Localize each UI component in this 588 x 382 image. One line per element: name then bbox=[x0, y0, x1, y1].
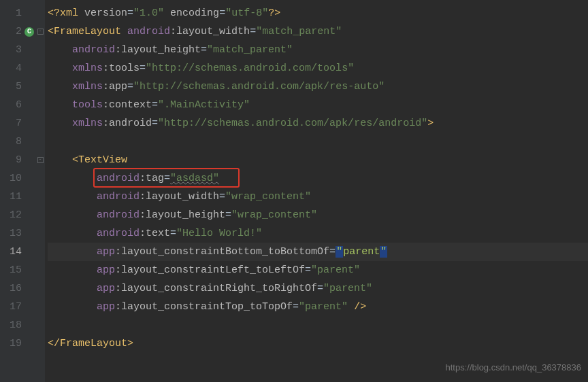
line-number: 3 bbox=[0, 41, 35, 59]
line-number: 9 bbox=[0, 151, 35, 169]
fold-column: - - bbox=[35, 0, 45, 382]
line-number: 19 bbox=[0, 334, 35, 353]
code-line[interactable]: xmlns:app="http://schemas.android.com/ap… bbox=[48, 77, 588, 96]
code-line[interactable]: android:layout_height="wrap_content" bbox=[48, 206, 588, 224]
code-line[interactable]: app:layout_constraintLeft_toLeftOf="pare… bbox=[48, 261, 588, 279]
line-number: 1 bbox=[0, 4, 35, 22]
code-area[interactable]: <?xml version="1.0" encoding="utf-8"?> <… bbox=[45, 0, 588, 382]
code-line[interactable]: android:text="Hello World!" bbox=[48, 224, 588, 243]
watermark-text: https://blog.csdn.net/qq_36378836 bbox=[446, 358, 582, 377]
line-number: 12 bbox=[0, 206, 35, 224]
line-number: 10 bbox=[0, 169, 35, 188]
code-line[interactable]: android:layout_width="wrap_content" bbox=[48, 188, 588, 206]
code-line[interactable]: app:layout_constraintBottom_toBottomOf="… bbox=[48, 243, 588, 261]
code-line[interactable]: app:layout_constraintRight_toRightOf="pa… bbox=[48, 279, 588, 298]
line-number-gutter: 1 2C 3 4 5 6 7 8 9 10 11 12 13 14 15 16 … bbox=[0, 0, 35, 382]
line-number: 16 bbox=[0, 279, 35, 298]
line-number: 18 bbox=[0, 316, 35, 334]
code-line[interactable]: xmlns:tools="http://schemas.android.com/… bbox=[48, 59, 588, 77]
line-number: 7 bbox=[0, 114, 35, 133]
line-number: 15 bbox=[0, 261, 35, 279]
code-line[interactable] bbox=[48, 133, 588, 151]
code-line[interactable]: <?xml version="1.0" encoding="utf-8"?> bbox=[48, 4, 588, 22]
code-line[interactable]: <TextView bbox=[48, 151, 588, 169]
code-line[interactable]: tools:context=".MainActivity" bbox=[48, 96, 588, 114]
line-number: 2C bbox=[0, 22, 35, 41]
line-number: 6 bbox=[0, 96, 35, 114]
code-line[interactable]: </FrameLayout> bbox=[48, 334, 588, 353]
fold-minus-icon[interactable]: - bbox=[37, 157, 44, 163]
fold-minus-icon[interactable]: - bbox=[37, 29, 44, 35]
code-line[interactable]: xmlns:android="http://schemas.android.co… bbox=[48, 114, 588, 133]
code-line[interactable] bbox=[48, 316, 588, 334]
line-number: 13 bbox=[0, 224, 35, 243]
line-number: 8 bbox=[0, 133, 35, 151]
code-line[interactable]: android:layout_height="match_parent" bbox=[48, 41, 588, 59]
code-editor[interactable]: 1 2C 3 4 5 6 7 8 9 10 11 12 13 14 15 16 … bbox=[0, 0, 588, 382]
line-number: 5 bbox=[0, 77, 35, 96]
line-number: 14 bbox=[0, 243, 35, 261]
class-marker-icon[interactable]: C bbox=[24, 27, 34, 37]
code-line[interactable]: <FrameLayout android:layout_width="match… bbox=[48, 22, 588, 41]
line-number: 11 bbox=[0, 188, 35, 206]
line-number: 17 bbox=[0, 298, 35, 316]
line-number: 4 bbox=[0, 59, 35, 77]
code-line[interactable]: android:tag="asdasd" bbox=[48, 169, 588, 188]
code-line[interactable]: app:layout_constraintTop_toTopOf="parent… bbox=[48, 298, 588, 316]
